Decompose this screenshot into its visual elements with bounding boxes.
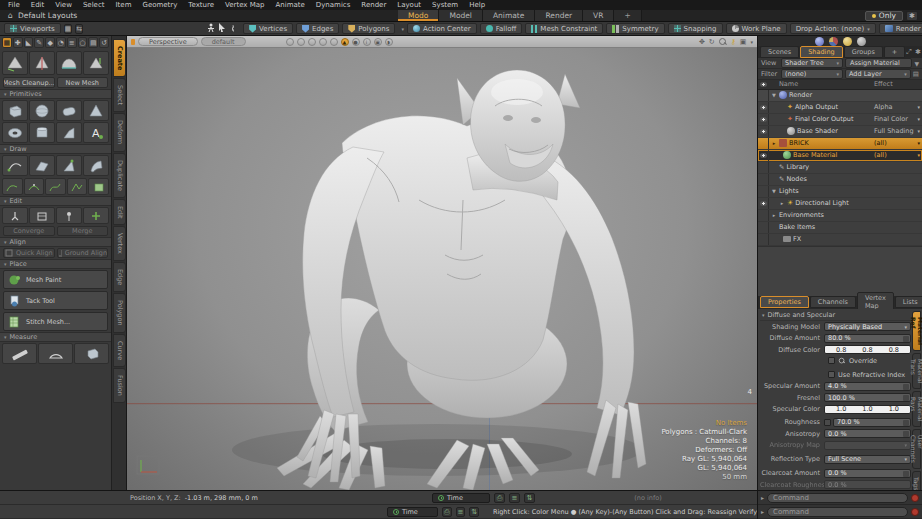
polyline-tool-icon[interactable] — [67, 178, 88, 195]
viewport-option-3-icon[interactable] — [308, 38, 316, 46]
tree-row-alpha-output[interactable]: ✦ Alpha Output Alpha▾ — [758, 102, 922, 114]
menu-animate[interactable]: Animate — [275, 1, 304, 9]
menu-item[interactable]: Item — [116, 1, 132, 9]
collapse-caret-icon[interactable]: ▼ — [771, 92, 777, 98]
converge-button[interactable]: Converge — [3, 226, 55, 236]
add-geometry-icon[interactable] — [83, 207, 109, 224]
mini-envelope-icon[interactable] — [903, 395, 909, 401]
cone-up-preset-button[interactable] — [83, 51, 109, 75]
tab-create[interactable]: Create — [113, 39, 126, 77]
dome-preset-button[interactable] — [56, 51, 82, 75]
bspline-tool-icon[interactable] — [45, 178, 66, 195]
key-toggle-icon[interactable]: ⚷ — [731, 38, 736, 46]
viewports-button[interactable]: Viewports — [4, 23, 61, 34]
shader-ball-multi-icon[interactable] — [829, 37, 838, 46]
menu-select[interactable]: Select — [83, 1, 105, 9]
add-layout-tab-button[interactable]: + — [614, 10, 641, 21]
symmetry-button[interactable]: Symmetry — [606, 23, 664, 34]
tab-curve[interactable]: Curve — [113, 334, 126, 367]
cube-tool-icon[interactable]: ▦ — [2, 37, 12, 48]
merge-button[interactable]: Merge — [57, 226, 109, 236]
menu-texture[interactable]: Texture — [188, 1, 214, 9]
tree-row-base-material[interactable]: Base Material (all)▾ — [758, 150, 922, 162]
command-expand-icon[interactable]: ▸ — [761, 494, 764, 501]
viewport-3d[interactable]: Perspective default ▲ ● i ▣ ◗ ✥ ↻ ⚷ ▣ — [127, 36, 757, 490]
use-refractive-checkbox[interactable] — [828, 371, 835, 378]
viewport-option-4-icon[interactable] — [319, 38, 327, 46]
viewport-option-6-icon[interactable]: ● — [352, 38, 360, 46]
viewport-option-8-icon[interactable]: ▣ — [374, 38, 382, 46]
pan-icon[interactable]: ✥ — [699, 38, 705, 46]
tab-duplicate[interactable]: Duplicate — [113, 153, 126, 198]
collapse-caret-icon[interactable]: ▼ — [771, 188, 777, 194]
tab-material-trans[interactable]: Material Trans — [912, 353, 921, 389]
mini-envelope-icon[interactable] — [903, 384, 909, 390]
mesh-cleanup-button[interactable]: Mesh Cleanup... — [3, 77, 55, 88]
tab-properties[interactable]: Properties — [760, 296, 809, 308]
tab-shading[interactable]: Shading — [800, 46, 842, 58]
time-dropdown-1[interactable]: Time — [432, 493, 490, 503]
viewport-option-7-icon[interactable]: i — [363, 38, 371, 46]
visibility-eye-icon[interactable] — [758, 198, 769, 209]
sliders-icon[interactable]: ⇅ — [524, 493, 535, 503]
viewport-option-9-icon[interactable]: ◗ — [385, 38, 393, 46]
keyframe-icon[interactable]: ⎙ — [442, 507, 452, 517]
tab-lists[interactable]: Lists — [895, 296, 922, 308]
diffuse-amount-input[interactable]: 80.0 % — [824, 334, 911, 343]
action-center-button[interactable]: Action Center — [407, 23, 477, 34]
orbit-icon[interactable]: ↻ — [709, 38, 715, 46]
diamond-tool-icon[interactable]: ◆ — [45, 37, 55, 48]
tab-edit[interactable]: Edit — [113, 199, 126, 226]
viewport-default-tab[interactable]: default — [201, 37, 246, 46]
tab-polygon[interactable]: Polygon — [113, 293, 126, 333]
cone-primitive-icon[interactable] — [83, 100, 109, 121]
rows-tool-icon[interactable]: ▤ — [88, 37, 98, 48]
viewport-option-2-icon[interactable] — [297, 38, 305, 46]
tree-row-bake-items[interactable]: Bake Items — [758, 222, 922, 234]
clearcoat-roughness-input[interactable]: 0.0 % — [824, 480, 911, 489]
shading-model-select[interactable]: Physically Based▾ — [824, 322, 911, 331]
diffuse-specular-section[interactable]: ▾ Diffuse and Specular — [760, 310, 911, 321]
mini-envelope-icon[interactable] — [903, 420, 909, 426]
work-plane-button[interactable]: Work Plane — [726, 23, 787, 34]
wedge-primitive-icon[interactable] — [56, 122, 82, 143]
shader-ball-gray-icon[interactable] — [857, 37, 866, 46]
scissors-icon[interactable] — [2, 207, 28, 224]
dimension-cube-icon[interactable] — [74, 343, 109, 364]
render-button[interactable]: Render — [879, 23, 922, 34]
viewport-perspective-tab[interactable]: Perspective — [138, 37, 198, 46]
menu-help[interactable]: Help — [469, 1, 485, 9]
menu-dynamics[interactable]: Dynamics — [316, 1, 351, 9]
tree-row-nodes[interactable]: ✎ Nodes — [758, 174, 922, 186]
edit-section-header[interactable]: ▾Edit — [0, 196, 111, 206]
tab-deform[interactable]: Deform — [113, 113, 126, 151]
knife-box-icon[interactable] — [29, 207, 55, 224]
tree-row-environments[interactable]: ▸ Environments — [758, 210, 922, 222]
maximize-icon[interactable]: ▣ — [740, 38, 747, 46]
layers-icon[interactable]: ▤ — [913, 70, 919, 78]
override-checkbox[interactable] — [828, 357, 835, 364]
menu-vertex-map[interactable]: Vertex Map — [225, 1, 265, 9]
patch-curve-tool-icon[interactable] — [88, 178, 109, 195]
sphere-primitive-icon[interactable] — [29, 100, 55, 121]
viewport-warning-icon[interactable]: ▲ — [341, 38, 349, 46]
tab-scenes[interactable]: Scenes — [760, 46, 799, 58]
tab-user-channels[interactable]: User Channels — [912, 429, 921, 469]
draw-section-header[interactable]: ▾Draw — [0, 144, 111, 154]
expand-caret-icon[interactable]: ▸ — [771, 212, 777, 218]
cylinder-primitive-icon[interactable] — [29, 122, 55, 143]
tab-material-ref[interactable]: Material Ref — [912, 311, 921, 351]
polygons-mode-button[interactable]: Polygons — [342, 23, 395, 34]
mini-envelope-icon[interactable] — [903, 336, 909, 342]
tab-model[interactable]: Model — [439, 10, 483, 21]
tab-render[interactable]: Render — [535, 10, 583, 21]
tab-groups[interactable]: Groups — [844, 46, 883, 58]
tab-add[interactable]: + — [884, 46, 905, 58]
cone-preset-button[interactable] — [2, 51, 28, 75]
viewport-option-1-icon[interactable] — [286, 38, 294, 46]
list-tool-icon[interactable]: ≡ — [67, 37, 77, 48]
fresnel-input[interactable]: 100.0 % — [824, 393, 911, 402]
corner-tool-icon[interactable]: ◣ — [24, 37, 34, 48]
quick-align-button[interactable]: Quick Align — [3, 248, 55, 258]
paint-select-icon[interactable] — [232, 25, 234, 32]
